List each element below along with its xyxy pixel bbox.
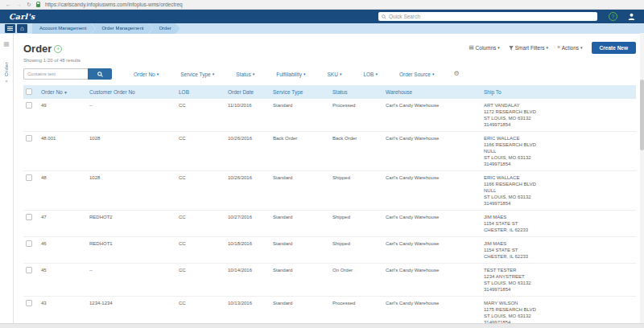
address-bar[interactable]: https://carlscandy.infopluswms.com/infop… (45, 2, 183, 7)
row-checkbox[interactable] (26, 267, 32, 273)
row-checkbox[interactable] (26, 300, 32, 306)
cell-customer-order-no: -- (87, 99, 176, 132)
filter-dropdown-sku[interactable]: SKU▾ (328, 72, 342, 77)
filter-dropdown-service-type[interactable]: Service Type▾ (180, 72, 214, 77)
select-all-checkbox[interactable] (26, 88, 32, 95)
ship-to-line: ERIC WALLACE (484, 174, 634, 181)
quick-search[interactable] (378, 12, 597, 21)
row-checkbox-cell (23, 264, 39, 297)
forward-icon[interactable]: → (16, 2, 22, 7)
funnel-icon (509, 46, 514, 51)
double-chevron-icon: » (557, 45, 560, 51)
filter-dropdown-order-no[interactable]: Order No▾ (134, 72, 159, 77)
ship-to-line: ST LOUIS, MO 63132 (484, 115, 634, 121)
gear-icon[interactable]: ⚙ (453, 71, 459, 77)
cell-order-date: 10/27/2016 (225, 211, 270, 237)
cell-lob: CC (176, 132, 225, 171)
table-row[interactable]: 49--CC11/10/2016StandardProcessedCarl's … (23, 99, 636, 132)
carls-logo[interactable]: Carl's (9, 12, 35, 21)
cell-order-no: 48 (39, 171, 87, 211)
row-checkbox[interactable] (26, 102, 32, 109)
search-icon (97, 72, 103, 77)
column-header-lob[interactable]: LOB (176, 85, 225, 99)
table-row[interactable]: 45--CC10/14/2016StandardOn OrderCarl's C… (23, 264, 636, 297)
table-row[interactable]: 481028CC10/26/2016StandardShippedCarl's … (23, 171, 636, 211)
quick-search-input[interactable] (389, 13, 594, 20)
ship-to-line: 1175 RESEARCH BLVD (484, 306, 634, 313)
contains-text-input[interactable] (23, 68, 88, 80)
cell-status: Processed (330, 99, 383, 132)
breadcrumb-item[interactable]: Account Management (32, 23, 95, 34)
pinned-tab-order[interactable]: Order × (4, 62, 9, 84)
column-header-ship-to[interactable]: Ship To (481, 85, 636, 99)
row-checkbox[interactable] (26, 214, 32, 220)
bottom-strip (0, 323, 644, 328)
ship-to-line: NULL (484, 148, 634, 154)
breadcrumb-item[interactable]: Order Management (91, 23, 152, 34)
column-header-service-type[interactable]: Service Type (270, 85, 330, 99)
cell-order-no: 45 (39, 264, 87, 297)
cell-lob: CC (176, 211, 225, 237)
cell-order-date: 10/14/2016 (225, 264, 270, 297)
create-new-button[interactable]: Create New (592, 42, 636, 54)
cell-ship-to: ERIC WALLACE1166 RESEARCH BLVDNULLST LOU… (481, 171, 636, 211)
table-row[interactable]: 47REDHOT2CC10/27/2016StandardShippedCarl… (23, 211, 636, 237)
filter-dropdown-lob[interactable]: LOB▾ (363, 72, 378, 77)
grid-icon[interactable]: ▦ (3, 41, 10, 47)
add-icon[interactable]: + (54, 45, 62, 53)
cell-service-type: Standard (270, 237, 330, 264)
columns-button[interactable]: ▤ Columns ▾ (469, 45, 499, 51)
column-header-order-no[interactable]: Order No ▼ (39, 85, 87, 99)
row-checkbox[interactable] (26, 240, 32, 247)
row-checkbox-cell (23, 237, 39, 264)
user-icon[interactable] (628, 13, 635, 20)
menu-button[interactable] (5, 24, 15, 33)
cell-customer-order-no: 1028 (87, 171, 176, 211)
ship-to-line: TEST TESTER (484, 267, 634, 273)
title-block: Order+ Showing 1-20 of 48 results (23, 41, 80, 63)
ship-to-line: ERIC WALLACE (484, 135, 634, 141)
close-icon[interactable]: × (5, 79, 8, 84)
filter-dropdown-fulfillability[interactable]: Fulfillability▾ (276, 72, 305, 77)
smart-filters-button[interactable]: Smart Filters ▾ (509, 45, 548, 51)
breadcrumb-item[interactable]: Order (148, 23, 180, 34)
cell-status: Shipped (330, 211, 383, 237)
page-title: Order (23, 43, 52, 55)
scrollbar-thumb[interactable] (640, 80, 644, 150)
column-header-warehouse[interactable]: Warehouse (383, 85, 481, 99)
actions-button[interactable]: » Actions ▾ (557, 45, 582, 51)
cell-service-type: Standard (270, 99, 330, 132)
ship-to-line: JIM MAES (484, 214, 634, 220)
row-checkbox[interactable] (26, 135, 32, 141)
back-icon[interactable]: ← (6, 2, 11, 7)
table-row[interactable]: 46REDHOT1CC10/18/2016StandardShippedCarl… (23, 237, 636, 264)
cell-warehouse: Carl's Candy Warehouse (383, 132, 481, 171)
column-header-status[interactable]: Status (330, 85, 383, 99)
cell-order-no: 47 (39, 211, 87, 237)
cell-order-date: 10/26/2016 (225, 171, 270, 211)
chevron-down-icon: ▾ (432, 72, 435, 76)
column-header-customer-order-no[interactable]: Customer Order No (87, 85, 176, 99)
column-header-order-date[interactable]: Order Date (225, 85, 270, 99)
columns-icon: ▤ (469, 45, 473, 51)
cell-customer-order-no: -- (87, 264, 176, 297)
cell-status: On Order (330, 264, 383, 297)
ship-to-line: JIM MAES (484, 240, 634, 247)
ship-to-line: 1166 RESEARCH BLVD (484, 181, 634, 187)
ship-to-line: ST LOUIS, MO 63132 (484, 154, 634, 161)
cell-service-type: Standard (270, 211, 330, 237)
home-button[interactable]: ⌂ (17, 24, 27, 33)
refresh-icon[interactable]: ↻ (27, 2, 31, 7)
filter-dropdown-status[interactable]: Status▾ (236, 72, 254, 77)
ship-to-line: 3149971854 (484, 161, 634, 167)
cell-customer-order-no: REDHOT1 (87, 237, 176, 264)
vertical-scrollbar[interactable] (640, 33, 644, 324)
row-checkbox[interactable] (26, 174, 32, 181)
cell-service-type: Standard (270, 264, 330, 297)
filter-dropdown-order-source[interactable]: Order Source▾ (399, 72, 435, 77)
search-submit-button[interactable] (88, 68, 112, 80)
table-row[interactable]: 48.0011028CC10/26/2016Back OrderBack Ord… (23, 132, 636, 171)
ship-to-line: 1154 STATE ST (484, 247, 634, 253)
help-icon[interactable]: ? (609, 12, 617, 21)
cell-warehouse: Carl's Candy Warehouse (383, 211, 481, 237)
